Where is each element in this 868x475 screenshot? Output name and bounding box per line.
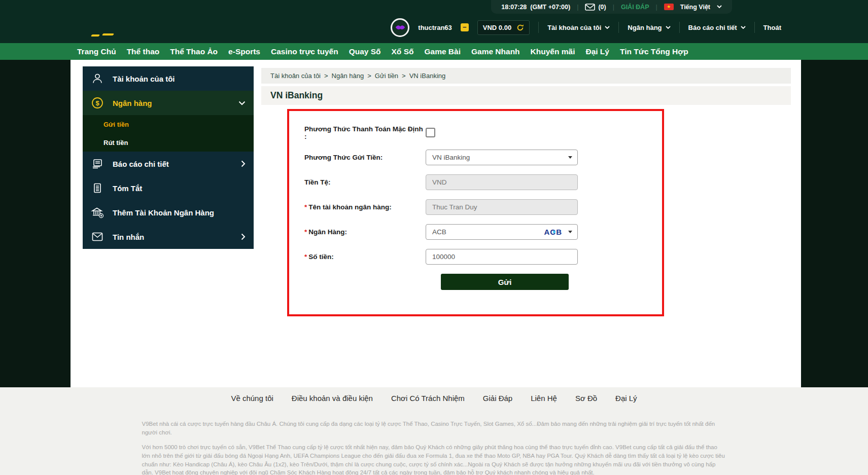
deposit-form: Phương Thức Thanh Toán Mặc Định : Phương…: [287, 109, 664, 316]
menu-label: Báo cáo chi tiết: [688, 24, 737, 31]
user-bar: thuctran63 − VND 0.00 Tài khoản của tôi …: [391, 16, 781, 39]
logout-button[interactable]: Thoát: [763, 24, 781, 31]
separator: |: [577, 4, 578, 11]
footer-links: Về chúng tôiĐiều khoản và điều kiệnChơi …: [142, 387, 726, 403]
sidebar-item-label: Ngân hàng: [113, 99, 152, 107]
dollar-circle-icon: $: [91, 97, 104, 109]
form-row-method: Phương Thức Gửi Tiền: VN iBanking: [289, 150, 662, 165]
menu-detailed-reports[interactable]: Báo cáo chi tiết: [688, 24, 746, 31]
acb-bank-logo: ACB: [544, 228, 563, 236]
nav-item[interactable]: Quay Số: [349, 47, 381, 56]
balance-display: VND 0.00: [477, 20, 530, 35]
breadcrumb-part: VN iBanking: [409, 72, 446, 80]
sidebar-item-label: Tài khoản của tôi: [113, 75, 175, 83]
clock-time: 18:07:28 (GMT +07:00): [501, 4, 570, 11]
sidebar-item-label: Tin nhắn: [113, 233, 144, 241]
footer-description-text: Với hơn 5000 trò chơi trực tuyến có sẵn,…: [142, 443, 726, 475]
site-logo[interactable]: [91, 33, 117, 38]
nav-item[interactable]: Đại Lý: [585, 47, 609, 56]
amount-input[interactable]: [426, 249, 578, 265]
nav-item[interactable]: Game Nhanh: [471, 47, 520, 56]
chevron-right-icon: [241, 233, 246, 240]
separator: |: [613, 4, 614, 11]
summary-icon: [91, 182, 104, 194]
deposit-method-select[interactable]: VN iBanking: [426, 150, 578, 165]
chevron-down-icon: [605, 26, 610, 29]
submit-button[interactable]: Gửi: [441, 274, 569, 290]
refresh-icon[interactable]: [516, 24, 524, 31]
main-content: Tài khoản của tôi>Ngân hàng>Gửi tiền>VN …: [261, 68, 791, 316]
sidebar-item-summary[interactable]: Tóm Tắt: [83, 176, 254, 200]
deposit-method-label: Phương Thức Gửi Tiền:: [289, 154, 426, 161]
divider: [538, 22, 539, 33]
chevron-down-icon: [717, 5, 722, 9]
breadcrumb-part[interactable]: Gửi tiền: [375, 72, 398, 80]
faq-link[interactable]: GIẢI ĐÁP: [621, 4, 649, 11]
menu-my-account[interactable]: Tài khoản của tôi: [547, 24, 610, 31]
mail-count: (0): [598, 4, 606, 11]
language-selector[interactable]: Tiếng Việt: [680, 4, 710, 11]
sidebar-item-label: Thêm Tài Khoản Ngân Hàng: [113, 208, 214, 217]
menu-label: Ngân hàng: [628, 24, 662, 31]
nav-item[interactable]: Trang Chủ: [77, 47, 116, 56]
collapse-balance-icon[interactable]: −: [461, 23, 469, 31]
nav-item[interactable]: e-Sports: [228, 47, 260, 56]
breadcrumb-part[interactable]: Tài khoản của tôi: [270, 72, 321, 80]
messages-link[interactable]: (0): [585, 4, 606, 11]
footer-link[interactable]: Liên Hệ: [531, 394, 557, 403]
sidebar-item-reports[interactable]: Báo cáo chi tiết: [83, 152, 254, 176]
chevron-down-icon: [238, 101, 246, 105]
balance-amount: VND 0.00: [483, 24, 511, 31]
sidebar-item-account[interactable]: Tài khoản của tôi: [83, 66, 254, 91]
separator: |: [655, 4, 657, 11]
breadcrumb-part[interactable]: Ngân hàng: [332, 72, 364, 80]
bank-add-icon: [91, 206, 104, 218]
vietnam-flag-icon: ★: [664, 4, 674, 10]
form-row-currency: Tiền Tệ:: [289, 174, 662, 190]
nav-item[interactable]: Thể Thao Ảo: [170, 47, 218, 56]
nav-item[interactable]: Tin Tức Tổng Hợp: [620, 47, 688, 56]
form-row-amount: *Số tiền:: [289, 249, 662, 265]
sidebar-subitem-deposit[interactable]: Gửi tiền: [83, 115, 254, 133]
deposit-method-value: VN iBanking: [432, 154, 470, 161]
footer-link[interactable]: Sơ Đồ: [575, 394, 597, 403]
breadcrumb-separator: >: [367, 72, 371, 80]
form-row-bank: *Ngân Hàng: ACB ACB: [289, 224, 662, 240]
avatar[interactable]: [391, 18, 409, 37]
content-panel: Tài khoản của tôi$Ngân hàngGửi tiềnRút t…: [71, 60, 801, 387]
default-payment-label: Phương Thức Thanh Toán Mặc Định :: [289, 125, 426, 140]
bank-submenu: Gửi tiềnRút tiền: [83, 115, 254, 152]
chevron-down-icon: [741, 26, 746, 29]
breadcrumb-separator: >: [402, 72, 406, 80]
nav-item[interactable]: Khuyến mãi: [531, 47, 575, 56]
footer-link[interactable]: Chơi Có Trách Nhiệm: [391, 394, 465, 403]
bank-label: *Ngân Hàng:: [289, 228, 426, 236]
nav-item[interactable]: Thể thao: [127, 47, 160, 56]
sidebar-item-label: Báo cáo chi tiết: [113, 160, 169, 168]
sidebar-item-add-bank[interactable]: Thêm Tài Khoản Ngân Hàng: [83, 200, 254, 225]
menu-label: Tài khoản của tôi: [547, 24, 601, 31]
sidebar-subitem-withdraw[interactable]: Rút tiền: [83, 133, 254, 152]
bank-value: ACB: [432, 228, 446, 236]
sidebar-item-messages[interactable]: Tin nhắn: [83, 225, 254, 249]
user-icon: [91, 72, 104, 85]
page-title: VN iBanking: [261, 86, 791, 105]
footer-link[interactable]: Điều khoản và điều kiện: [292, 394, 373, 403]
caret-down-icon: [568, 156, 572, 159]
footer-link[interactable]: Về chúng tôi: [231, 394, 273, 403]
divider: [679, 22, 680, 33]
nav-item[interactable]: Xổ Số: [392, 47, 414, 56]
sidebar-item-bank[interactable]: $Ngân hàng: [83, 91, 254, 115]
username: thuctran63: [418, 24, 452, 31]
currency-label: Tiền Tệ:: [289, 178, 426, 186]
nav-item[interactable]: Game Bài: [424, 47, 461, 56]
footer-link[interactable]: Giải Đáp: [483, 394, 512, 403]
footer-link[interactable]: Đại Lý: [615, 394, 637, 403]
caret-down-icon: [568, 231, 572, 233]
nav-item[interactable]: Casino trực tuyến: [271, 47, 338, 56]
footer-intro-text: V9Bet nhà cái cá cược trực tuyến hàng đầ…: [142, 420, 726, 436]
top-utility-bar: 18:07:28 (GMT +07:00) | (0) | GIẢI ĐÁP |…: [491, 0, 732, 14]
default-payment-checkbox[interactable]: [426, 128, 435, 137]
menu-banking[interactable]: Ngân hàng: [628, 24, 670, 31]
bank-select[interactable]: ACB ACB: [426, 224, 578, 240]
